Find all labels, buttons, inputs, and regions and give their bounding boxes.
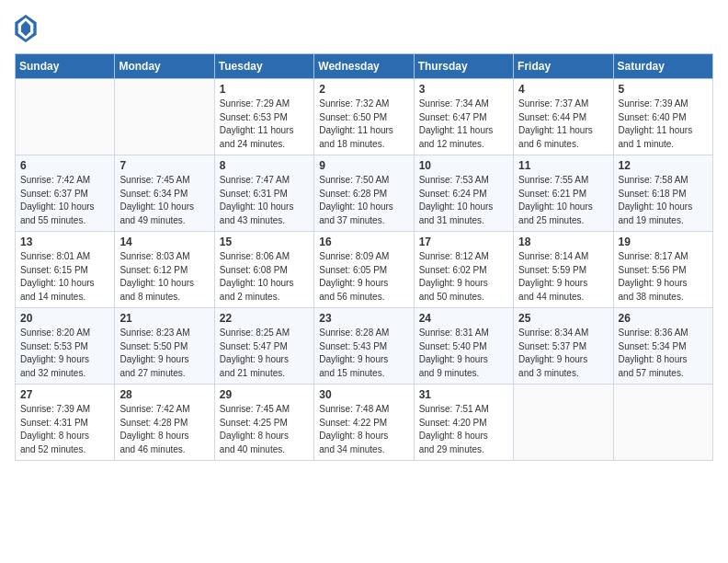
weekday-header: Thursday bbox=[414, 54, 513, 79]
day-info: Sunrise: 7:48 AM Sunset: 4:22 PM Dayligh… bbox=[319, 403, 408, 456]
calendar-cell bbox=[514, 385, 613, 461]
day-number: 17 bbox=[419, 236, 508, 248]
day-info: Sunrise: 7:47 AM Sunset: 6:31 PM Dayligh… bbox=[220, 174, 309, 227]
day-info: Sunrise: 8:03 AM Sunset: 6:12 PM Dayligh… bbox=[119, 250, 209, 304]
day-number: 3 bbox=[419, 83, 508, 96]
page-header bbox=[15, 15, 713, 42]
day-info: Sunrise: 8:36 AM Sunset: 5:34 PM Dayligh… bbox=[619, 327, 708, 380]
calendar-cell: 31Sunrise: 7:51 AM Sunset: 4:20 PM Dayli… bbox=[414, 385, 513, 461]
calendar-cell: 25Sunrise: 8:34 AM Sunset: 5:37 PM Dayli… bbox=[514, 308, 613, 385]
calendar-cell: 15Sunrise: 8:06 AM Sunset: 6:08 PM Dayli… bbox=[214, 232, 313, 308]
day-number: 20 bbox=[20, 312, 109, 325]
day-info: Sunrise: 8:34 AM Sunset: 5:37 PM Dayligh… bbox=[518, 327, 608, 380]
day-info: Sunrise: 7:45 AM Sunset: 4:25 PM Dayligh… bbox=[220, 403, 309, 456]
day-info: Sunrise: 7:51 AM Sunset: 4:20 PM Dayligh… bbox=[419, 403, 508, 456]
day-info: Sunrise: 7:37 AM Sunset: 6:44 PM Dayligh… bbox=[518, 98, 608, 151]
calendar-week-row: 6Sunrise: 7:42 AM Sunset: 6:37 PM Daylig… bbox=[16, 155, 713, 232]
calendar-cell: 17Sunrise: 8:12 AM Sunset: 6:02 PM Dayli… bbox=[414, 232, 513, 308]
day-number: 9 bbox=[319, 159, 408, 172]
day-info: Sunrise: 7:32 AM Sunset: 6:50 PM Dayligh… bbox=[319, 98, 408, 151]
day-info: Sunrise: 7:53 AM Sunset: 6:24 PM Dayligh… bbox=[419, 174, 508, 227]
day-info: Sunrise: 8:20 AM Sunset: 5:53 PM Dayligh… bbox=[20, 327, 109, 380]
day-number: 7 bbox=[119, 159, 209, 172]
calendar-cell: 16Sunrise: 8:09 AM Sunset: 6:05 PM Dayli… bbox=[314, 232, 414, 308]
day-number: 15 bbox=[220, 236, 309, 248]
weekday-header: Tuesday bbox=[214, 54, 313, 79]
calendar-cell: 22Sunrise: 8:25 AM Sunset: 5:47 PM Dayli… bbox=[214, 308, 313, 385]
weekday-header: Wednesday bbox=[314, 54, 414, 79]
calendar-cell: 3Sunrise: 7:34 AM Sunset: 6:47 PM Daylig… bbox=[414, 79, 513, 155]
calendar-cell: 19Sunrise: 8:17 AM Sunset: 5:56 PM Dayli… bbox=[613, 232, 712, 308]
day-number: 19 bbox=[619, 236, 708, 248]
calendar-week-row: 27Sunrise: 7:39 AM Sunset: 4:31 PM Dayli… bbox=[16, 385, 713, 461]
calendar-week-row: 20Sunrise: 8:20 AM Sunset: 5:53 PM Dayli… bbox=[16, 308, 713, 385]
calendar-cell: 21Sunrise: 8:23 AM Sunset: 5:50 PM Dayli… bbox=[115, 308, 214, 385]
day-info: Sunrise: 8:17 AM Sunset: 5:56 PM Dayligh… bbox=[619, 250, 708, 304]
day-info: Sunrise: 8:01 AM Sunset: 6:15 PM Dayligh… bbox=[20, 250, 109, 304]
logo bbox=[15, 15, 40, 42]
day-info: Sunrise: 8:23 AM Sunset: 5:50 PM Dayligh… bbox=[119, 327, 209, 380]
day-number: 16 bbox=[319, 236, 408, 248]
day-number: 6 bbox=[20, 159, 109, 172]
day-number: 29 bbox=[220, 388, 309, 401]
calendar-cell: 23Sunrise: 8:28 AM Sunset: 5:43 PM Dayli… bbox=[314, 308, 414, 385]
day-info: Sunrise: 8:09 AM Sunset: 6:05 PM Dayligh… bbox=[319, 250, 408, 304]
calendar-cell: 13Sunrise: 8:01 AM Sunset: 6:15 PM Dayli… bbox=[16, 232, 115, 308]
calendar-cell: 5Sunrise: 7:39 AM Sunset: 6:40 PM Daylig… bbox=[613, 79, 712, 155]
calendar-cell: 18Sunrise: 8:14 AM Sunset: 5:59 PM Dayli… bbox=[514, 232, 613, 308]
day-number: 23 bbox=[319, 312, 408, 325]
day-info: Sunrise: 7:42 AM Sunset: 4:28 PM Dayligh… bbox=[119, 403, 209, 456]
calendar-header-row: SundayMondayTuesdayWednesdayThursdayFrid… bbox=[16, 54, 713, 79]
day-number: 14 bbox=[119, 236, 209, 248]
day-number: 30 bbox=[319, 388, 408, 401]
day-number: 22 bbox=[220, 312, 309, 325]
calendar-cell: 24Sunrise: 8:31 AM Sunset: 5:40 PM Dayli… bbox=[414, 308, 513, 385]
day-info: Sunrise: 7:45 AM Sunset: 6:34 PM Dayligh… bbox=[119, 174, 209, 227]
calendar-cell: 28Sunrise: 7:42 AM Sunset: 4:28 PM Dayli… bbox=[115, 385, 214, 461]
day-info: Sunrise: 7:58 AM Sunset: 6:18 PM Dayligh… bbox=[619, 174, 708, 227]
day-info: Sunrise: 8:06 AM Sunset: 6:08 PM Dayligh… bbox=[220, 250, 309, 304]
calendar-cell bbox=[613, 385, 712, 461]
calendar-cell: 11Sunrise: 7:55 AM Sunset: 6:21 PM Dayli… bbox=[514, 155, 613, 232]
calendar-week-row: 1Sunrise: 7:29 AM Sunset: 6:53 PM Daylig… bbox=[16, 79, 713, 155]
day-info: Sunrise: 8:28 AM Sunset: 5:43 PM Dayligh… bbox=[319, 327, 408, 380]
calendar-cell: 10Sunrise: 7:53 AM Sunset: 6:24 PM Dayli… bbox=[414, 155, 513, 232]
day-number: 25 bbox=[518, 312, 608, 325]
day-number: 11 bbox=[518, 159, 608, 172]
calendar-cell: 7Sunrise: 7:45 AM Sunset: 6:34 PM Daylig… bbox=[115, 155, 214, 232]
day-info: Sunrise: 7:50 AM Sunset: 6:28 PM Dayligh… bbox=[319, 174, 408, 227]
calendar-table: SundayMondayTuesdayWednesdayThursdayFrid… bbox=[15, 53, 713, 461]
day-number: 27 bbox=[20, 388, 109, 401]
day-info: Sunrise: 8:25 AM Sunset: 5:47 PM Dayligh… bbox=[220, 327, 309, 380]
calendar-cell: 14Sunrise: 8:03 AM Sunset: 6:12 PM Dayli… bbox=[115, 232, 214, 308]
day-number: 18 bbox=[518, 236, 608, 248]
day-number: 31 bbox=[419, 388, 508, 401]
day-info: Sunrise: 7:42 AM Sunset: 6:37 PM Dayligh… bbox=[20, 174, 109, 227]
calendar-cell: 27Sunrise: 7:39 AM Sunset: 4:31 PM Dayli… bbox=[16, 385, 115, 461]
calendar-cell bbox=[16, 79, 115, 155]
calendar-cell: 2Sunrise: 7:32 AM Sunset: 6:50 PM Daylig… bbox=[314, 79, 414, 155]
day-number: 5 bbox=[619, 83, 708, 96]
day-info: Sunrise: 7:39 AM Sunset: 4:31 PM Dayligh… bbox=[20, 403, 109, 456]
day-number: 2 bbox=[319, 83, 408, 96]
weekday-header: Monday bbox=[115, 54, 214, 79]
calendar-cell: 20Sunrise: 8:20 AM Sunset: 5:53 PM Dayli… bbox=[16, 308, 115, 385]
weekday-header: Sunday bbox=[16, 54, 115, 79]
day-number: 28 bbox=[119, 388, 209, 401]
calendar-cell: 6Sunrise: 7:42 AM Sunset: 6:37 PM Daylig… bbox=[16, 155, 115, 232]
calendar-cell: 12Sunrise: 7:58 AM Sunset: 6:18 PM Dayli… bbox=[613, 155, 712, 232]
day-number: 8 bbox=[220, 159, 309, 172]
calendar-cell: 9Sunrise: 7:50 AM Sunset: 6:28 PM Daylig… bbox=[314, 155, 414, 232]
day-number: 12 bbox=[619, 159, 708, 172]
calendar-cell: 8Sunrise: 7:47 AM Sunset: 6:31 PM Daylig… bbox=[214, 155, 313, 232]
day-info: Sunrise: 7:55 AM Sunset: 6:21 PM Dayligh… bbox=[518, 174, 608, 227]
calendar-cell: 29Sunrise: 7:45 AM Sunset: 4:25 PM Dayli… bbox=[214, 385, 313, 461]
day-info: Sunrise: 8:12 AM Sunset: 6:02 PM Dayligh… bbox=[419, 250, 508, 304]
weekday-header: Friday bbox=[514, 54, 613, 79]
day-info: Sunrise: 7:39 AM Sunset: 6:40 PM Dayligh… bbox=[619, 98, 708, 151]
day-number: 4 bbox=[518, 83, 608, 96]
logo-icon bbox=[15, 15, 37, 42]
day-info: Sunrise: 7:29 AM Sunset: 6:53 PM Dayligh… bbox=[220, 98, 309, 151]
day-number: 10 bbox=[419, 159, 508, 172]
day-info: Sunrise: 8:14 AM Sunset: 5:59 PM Dayligh… bbox=[518, 250, 608, 304]
